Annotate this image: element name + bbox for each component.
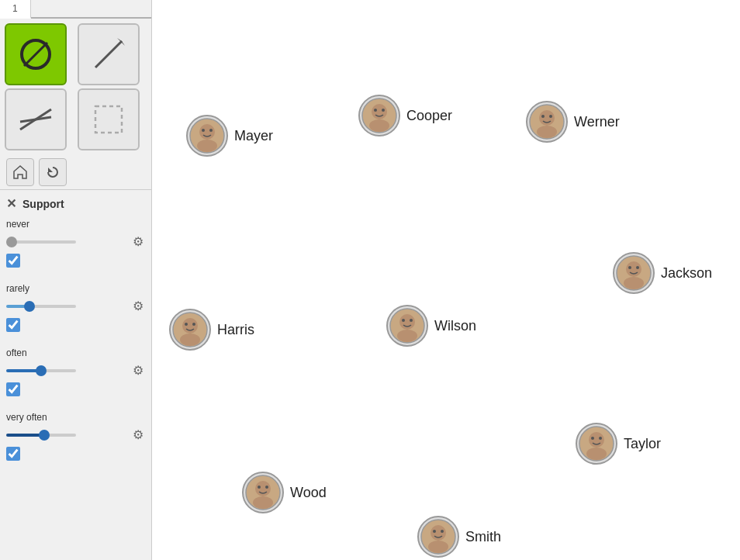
svg-point-40 <box>586 448 607 460</box>
node-wood[interactable]: Wood <box>242 472 327 513</box>
slider-never[interactable] <box>6 240 76 244</box>
node-label-jackson: Jackson <box>661 265 712 282</box>
tab-1[interactable]: 1 <box>0 0 31 19</box>
avatar-smith <box>417 516 459 558</box>
refresh-button[interactable] <box>39 158 67 186</box>
svg-point-30 <box>180 334 200 346</box>
support-row-never: ⚙ <box>6 233 145 251</box>
svg-point-22 <box>549 115 552 118</box>
svg-point-15 <box>369 119 389 132</box>
svg-point-29 <box>182 318 198 334</box>
svg-point-26 <box>628 266 631 269</box>
node-wilson[interactable]: Wilson <box>386 305 476 347</box>
svg-point-12 <box>209 129 213 132</box>
node-jackson[interactable]: Jackson <box>613 252 712 294</box>
svg-line-5 <box>20 117 51 122</box>
node-label-cooper: Cooper <box>406 108 452 124</box>
svg-rect-6 <box>95 106 122 133</box>
avatar-jackson <box>613 252 655 294</box>
svg-point-34 <box>399 314 415 330</box>
tool-grid <box>0 19 151 155</box>
svg-point-32 <box>192 323 195 326</box>
node-werner[interactable]: Werner <box>526 101 620 143</box>
avatar-cooper <box>358 95 400 137</box>
node-label-taylor: Taylor <box>624 436 661 452</box>
avatar-wilson <box>386 305 428 347</box>
close-icon[interactable]: ✕ <box>6 196 16 211</box>
svg-point-44 <box>255 481 271 496</box>
svg-point-36 <box>402 319 405 322</box>
rect-tool-button[interactable] <box>78 88 140 150</box>
svg-line-2 <box>95 41 122 67</box>
support-row-rarely: ⚙ <box>6 297 145 315</box>
action-bar <box>0 155 151 190</box>
support-item-rarely: rarely ⚙ <box>6 283 145 335</box>
support-title: Support <box>22 198 64 210</box>
toolbar: 1 <box>0 0 152 560</box>
svg-point-42 <box>599 437 602 440</box>
node-harris[interactable]: Harris <box>169 309 254 351</box>
slider-very-often[interactable] <box>6 434 76 437</box>
node-cooper[interactable]: Cooper <box>358 95 452 137</box>
support-label-rarely: rarely <box>6 283 145 294</box>
support-label-often: often <box>6 347 145 358</box>
node-smith[interactable]: Smith <box>417 516 501 558</box>
checkbox-rarely[interactable] <box>6 318 20 332</box>
gear-never[interactable]: ⚙ <box>131 233 145 251</box>
slider-rarely[interactable] <box>6 305 76 308</box>
gear-very-often[interactable]: ⚙ <box>131 426 145 444</box>
node-label-smith: Smith <box>465 529 501 545</box>
avatar-wood <box>242 472 284 513</box>
support-item-very-often: very often ⚙ <box>6 412 145 464</box>
node-mayer[interactable]: Mayer <box>186 115 273 157</box>
slider-container-rarely <box>6 305 126 308</box>
svg-line-1 <box>24 43 47 66</box>
node-label-harris: Harris <box>217 322 254 338</box>
svg-point-51 <box>433 530 436 533</box>
svg-point-49 <box>431 525 446 541</box>
svg-point-45 <box>253 496 273 509</box>
home-button[interactable] <box>6 158 34 186</box>
slider-container-never <box>6 240 126 244</box>
gear-rarely[interactable]: ⚙ <box>131 297 145 315</box>
svg-point-27 <box>636 266 639 269</box>
node-label-werner: Werner <box>574 114 620 130</box>
svg-point-39 <box>589 432 604 448</box>
svg-point-9 <box>199 124 215 140</box>
multi-line-tool-button[interactable] <box>5 88 67 150</box>
support-item-never: never ⚙ <box>6 219 145 271</box>
avatar-werner <box>526 101 568 143</box>
svg-point-10 <box>197 140 217 152</box>
svg-point-52 <box>441 530 444 533</box>
checkbox-never[interactable] <box>6 254 20 268</box>
svg-point-47 <box>265 486 268 489</box>
svg-point-21 <box>541 115 545 118</box>
slider-container-often <box>6 369 126 372</box>
svg-point-20 <box>537 126 557 138</box>
svg-point-16 <box>374 109 377 112</box>
line-tool-button[interactable] <box>78 23 140 85</box>
support-label-very-often: very often <box>6 412 145 423</box>
svg-point-25 <box>624 277 644 289</box>
svg-point-35 <box>397 330 417 342</box>
node-taylor[interactable]: Taylor <box>576 423 661 465</box>
circle-tool-button[interactable] <box>5 23 67 85</box>
svg-point-14 <box>372 104 387 119</box>
svg-point-31 <box>185 323 188 326</box>
slider-often[interactable] <box>6 369 76 372</box>
svg-point-24 <box>626 261 641 277</box>
svg-marker-7 <box>48 168 53 172</box>
node-label-wood: Wood <box>290 485 327 501</box>
checkbox-very-often[interactable] <box>6 447 20 461</box>
svg-point-41 <box>591 437 594 440</box>
gear-often[interactable]: ⚙ <box>131 361 145 379</box>
checkbox-often[interactable] <box>6 382 20 396</box>
support-label-never: never <box>6 219 145 230</box>
svg-point-17 <box>382 109 385 112</box>
svg-point-37 <box>410 319 413 322</box>
tab-bar: 1 <box>0 0 151 19</box>
svg-point-50 <box>428 541 448 553</box>
support-row-very-often: ⚙ <box>6 426 145 444</box>
main-canvas: Mayer Cooper Werner Jackson Harris Wilso <box>152 0 740 560</box>
support-panel: ✕ Support never ⚙ rarely ⚙ <box>0 190 151 560</box>
